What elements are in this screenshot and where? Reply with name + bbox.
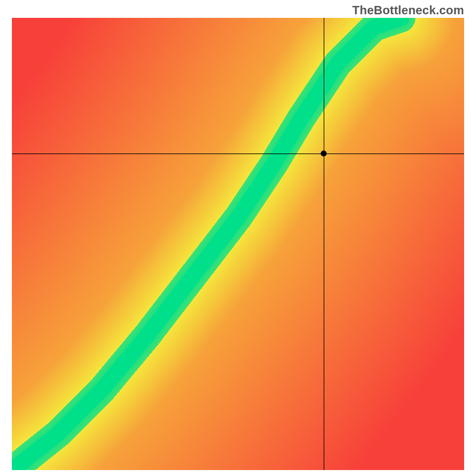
- bottleneck-heatmap: [12, 18, 464, 470]
- heatmap-canvas: [12, 18, 464, 470]
- watermark-text: TheBottleneck.com: [352, 4, 464, 17]
